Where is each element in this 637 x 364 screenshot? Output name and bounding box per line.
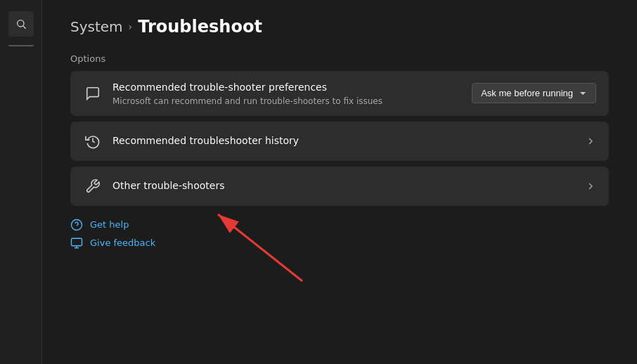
section-options-label: Options [70, 53, 609, 64]
breadcrumb-separator: › [129, 21, 133, 32]
give-feedback-label: Give feedback [90, 238, 155, 248]
card-recommended-preferences-text: Recommended trouble-shooter preferences … [112, 81, 462, 106]
breadcrumb: System › Troubleshoot [70, 17, 609, 37]
dropdown-label: Ask me before running [481, 88, 573, 98]
svg-point-2 [72, 219, 82, 230]
card-other-troubleshooters[interactable]: Other trouble-shooters [70, 167, 609, 206]
card-recommended-preferences-right: Ask me before running [472, 83, 596, 103]
ask-before-running-dropdown[interactable]: Ask me before running [472, 83, 596, 103]
card-recommended-preferences-title: Recommended trouble-shooter preferences [112, 81, 462, 95]
get-help-label: Get help [90, 219, 129, 230]
main-content: System › Troubleshoot Options Recommende… [42, 0, 637, 364]
card-other-troubleshooters-title: Other trouble-shooters [112, 179, 575, 193]
card-recommended-preferences-subtitle: Microsoft can recommend and run trouble-… [112, 96, 462, 106]
svg-line-1 [23, 26, 26, 29]
get-help-icon [70, 219, 83, 231]
sidebar-divider [8, 45, 34, 46]
card-recommended-preferences[interactable]: Recommended trouble-shooter preferences … [70, 71, 609, 116]
card-troubleshooter-history-title: Recommended troubleshooter history [112, 134, 575, 148]
give-feedback-link[interactable]: Give feedback [70, 237, 609, 249]
chevron-right-history [585, 136, 596, 147]
breadcrumb-system[interactable]: System [70, 18, 123, 35]
history-icon [83, 131, 103, 151]
card-troubleshooter-history-text: Recommended troubleshooter history [112, 134, 575, 148]
card-other-troubleshooters-text: Other trouble-shooters [112, 179, 575, 193]
help-section: Get help Give feedback [70, 219, 609, 249]
wrench-icon [83, 176, 103, 196]
get-help-link[interactable]: Get help [70, 219, 609, 231]
chevron-right-other [585, 181, 596, 192]
card-troubleshooter-history[interactable]: Recommended troubleshooter history [70, 122, 609, 161]
chat-icon [83, 84, 103, 103]
breadcrumb-current: Troubleshoot [138, 17, 262, 37]
search-icon [15, 18, 27, 30]
feedback-icon [70, 237, 83, 249]
svg-rect-4 [72, 238, 82, 246]
search-button[interactable] [8, 11, 34, 37]
sidebar [0, 0, 42, 364]
chevron-down-icon [579, 89, 587, 98]
svg-point-0 [17, 20, 23, 27]
